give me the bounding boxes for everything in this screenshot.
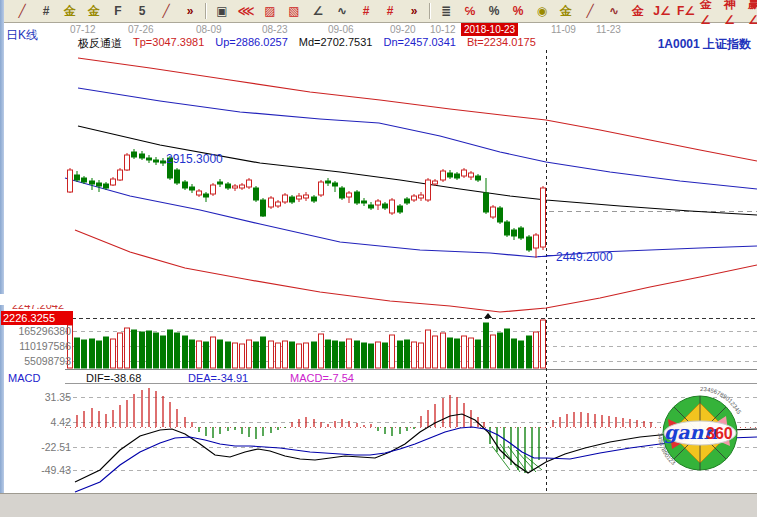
toolbar-separator [429, 3, 431, 19]
toolbar-separator [205, 3, 207, 19]
macd-dif-value: DIF=-38.68 [86, 372, 156, 384]
stock-chart-app: ╱#金金F5╱»▣⋘▨▧∠∿##»≣℅%%◉金╱∿金J∠F∠金∠神∠赢∠四∠ 日… [0, 0, 757, 517]
date-label: 07-12 [70, 24, 96, 35]
svg-text:34567890123: 34567890123 [657, 433, 677, 467]
date-label: 09-06 [328, 24, 354, 35]
macd-macd-value: MACD=-7.54 [290, 372, 354, 384]
date-label: 11-23 [596, 24, 621, 35]
date-label: 10-12 [430, 24, 456, 35]
channel-value: Bt=2234.0175 [467, 36, 536, 51]
gold-lines-icon[interactable]: 金 [554, 1, 578, 22]
grid-lines [65, 50, 757, 491]
overflow-chevron2-icon[interactable]: » [402, 1, 426, 22]
volume-bars [68, 320, 546, 368]
volume-axis-label: 55098793 [1, 355, 71, 367]
svg-text:gann: gann [664, 421, 718, 444]
price-low-label: 2226.3255 [1, 311, 73, 325]
svg-text:23456789012345: 23456789012345 [700, 386, 743, 416]
dea-line [75, 427, 757, 492]
macd-axis-label: 4.42 [1, 416, 71, 428]
volume-axis-label: 165296380 [1, 325, 71, 337]
svg-text:360: 360 [706, 425, 733, 442]
gold-circle-icon[interactable]: ◉ [530, 1, 554, 22]
price-annotation-2915: 2915.3000 [166, 152, 223, 166]
selected-date-badge: 2018-10-23 [461, 23, 518, 36]
gold-grid-tool-icon[interactable]: 金 [58, 1, 82, 22]
macd-axis-label: -22.51 [1, 441, 71, 453]
overflow-chevron-icon[interactable]: » [178, 1, 202, 22]
percent-line-icon[interactable]: ℅ [458, 1, 482, 22]
ying-angle-icon[interactable]: 赢∠ [746, 1, 757, 22]
gann-grid-icon[interactable]: ▧ [282, 1, 306, 22]
gold-grid-tool2-icon[interactable]: 金 [82, 1, 106, 22]
channel-value: 极反通道 [78, 36, 122, 51]
box-tool-icon[interactable]: ▣ [210, 1, 234, 22]
brush-tool-icon[interactable]: ╱ [10, 1, 34, 22]
chart-canvas[interactable]: 2345678901234534567890123gann360 [0, 0, 757, 517]
gann360-logo: 2345678901234534567890123gann360 [657, 386, 743, 475]
brush-grid-tool-icon[interactable]: ╱ [154, 1, 178, 22]
gann-box-icon[interactable]: ▨ [258, 1, 282, 22]
macd-histogram [77, 388, 651, 473]
channel-value: Dn=2457.0341 [383, 36, 455, 51]
j-angle-icon[interactable]: J∠ [650, 1, 674, 22]
channel-values-row: 极反通道Tp=3047.3981Up=2886.0257Md=2702.7531… [78, 36, 536, 51]
status-bar: ▦ 上证指数 2873.5901 ▼-8.6399 -0.30% 深 7748.… [0, 493, 757, 517]
window-left-frame [0, 0, 4, 517]
gold-angle-icon[interactable]: 金∠ [698, 1, 722, 22]
channel-value: Up=2886.0257 [215, 36, 287, 51]
top-red-line [78, 58, 757, 161]
channel-lines [65, 58, 757, 312]
clip-cover [0, 294, 130, 305]
zigzag-tool-icon[interactable]: ∿ [330, 1, 354, 22]
date-label: 07-26 [128, 24, 154, 35]
macd-hatch [492, 444, 542, 473]
channel-value: Md=2702.7531 [299, 36, 373, 51]
scale-tool-icon[interactable]: ≣ [434, 1, 458, 22]
date-label: 11-09 [551, 24, 576, 35]
wave-icon[interactable]: ∿ [602, 1, 626, 22]
percent-icon[interactable]: % [482, 1, 506, 22]
mid-black-line [78, 126, 757, 215]
volume-axis-label: 110197586 [1, 340, 71, 352]
upper-blue-line [78, 88, 757, 189]
macd-axis-label: 31.35 [1, 391, 71, 403]
gold-box-icon[interactable]: 金 [626, 1, 650, 22]
red-grid-arrow-icon[interactable]: # [378, 1, 402, 22]
date-label: 08-23 [262, 24, 288, 35]
angle-tool-icon[interactable]: ∠ [306, 1, 330, 22]
macd-axis-label: -49.43 [1, 464, 71, 476]
date-label: 08-09 [196, 24, 222, 35]
period-label[interactable]: 日K线 [6, 27, 38, 44]
lower-red-line [75, 230, 757, 312]
date-label: 09-20 [390, 24, 416, 35]
macd-dea-value: DEA=-34.91 [188, 372, 258, 384]
candles [68, 149, 546, 258]
symbol-label[interactable]: 1A0001 上证指数 [658, 36, 751, 53]
drawing-toolbar: ╱#金金F5╱»▣⋘▨▧∠∿##»≣℅%%◉金╱∿金J∠F∠金∠神∠赢∠四∠ [4, 0, 757, 23]
price-annotation-2449: 2449.2000 [556, 250, 613, 264]
shen-angle-icon[interactable]: 神∠ [722, 1, 746, 22]
gann-fan-icon[interactable]: ⋘ [234, 1, 258, 22]
pen-lines-icon[interactable]: ╱ [578, 1, 602, 22]
volume-marker-triangle [484, 313, 492, 318]
lower-blue-line [65, 178, 757, 257]
macd-header: MACD DIF=-38.68 DEA=-34.91 MACD=-7.54 [8, 372, 354, 384]
channel-value: Tp=3047.3981 [133, 36, 204, 51]
s-grid-tool-icon[interactable]: 5 [130, 1, 154, 22]
macd-title: MACD [8, 372, 86, 384]
grid-tool-icon[interactable]: # [34, 1, 58, 22]
f-grid-tool-icon[interactable]: F [106, 1, 130, 22]
dif-line [75, 414, 757, 482]
f-angle-icon[interactable]: F∠ [674, 1, 698, 22]
percent-lines-icon[interactable]: % [506, 1, 530, 22]
red-grid-icon[interactable]: # [354, 1, 378, 22]
